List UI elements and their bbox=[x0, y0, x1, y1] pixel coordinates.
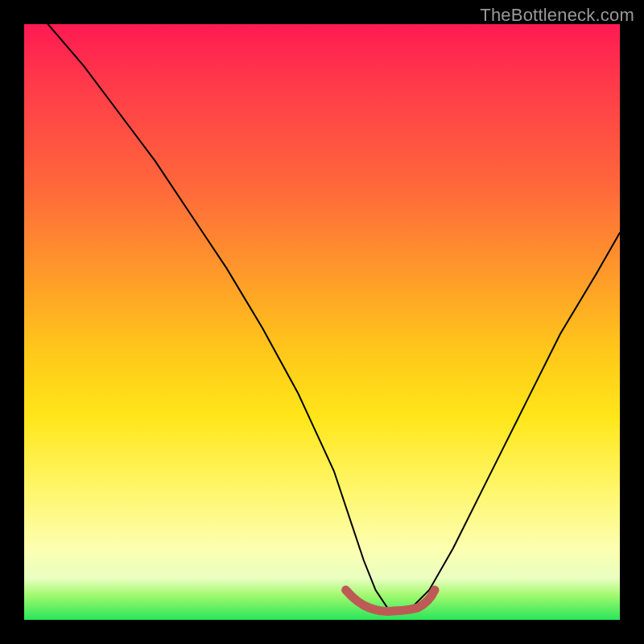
bottleneck-curve bbox=[24, 24, 620, 620]
watermark-text: TheBottleneck.com bbox=[480, 5, 634, 26]
valley-highlight-path bbox=[346, 590, 435, 611]
plot-area bbox=[24, 24, 620, 620]
curve-path bbox=[48, 24, 620, 614]
chart-frame: TheBottleneck.com bbox=[0, 0, 644, 644]
